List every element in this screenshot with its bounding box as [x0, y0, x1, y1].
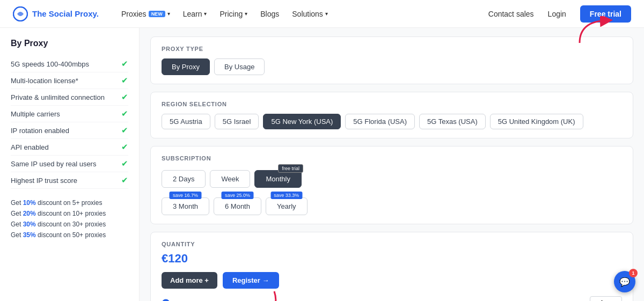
contact-sales-link[interactable]: Contact sales — [488, 10, 534, 18]
quantity-input[interactable] — [590, 296, 622, 301]
subscription-row1: 2 Days Week Monthly free trial — [162, 170, 622, 188]
quantity-card: QUANTITY €120 Add more + Register → — [150, 232, 633, 301]
logo-icon — [13, 6, 28, 21]
main-content: PROXY TYPE By Proxy By Usage REGION SELE… — [140, 28, 644, 301]
region-new-york[interactable]: 5G New York (USA) — [263, 114, 341, 129]
chevron-down-icon: ▾ — [167, 11, 170, 17]
nav-item-blogs[interactable]: Blogs — [255, 6, 284, 21]
tab-by-usage[interactable]: By Usage — [214, 58, 265, 75]
feature-label: Private & unlimited connection — [11, 93, 105, 101]
feature-item: Highest IP trust score ✔ — [11, 172, 128, 189]
discount-item: Get 10% discount on 5+ proxies — [11, 197, 128, 208]
feature-label: API enabled — [11, 143, 49, 151]
sub-6month[interactable]: 6 Month save 25.0% — [214, 197, 261, 215]
main-nav: Proxies NEW ▾ Learn ▾ Pricing ▾ Blogs So… — [116, 6, 488, 21]
discount-item: Get 30% discount on 30+ proxies — [11, 219, 128, 230]
main-layout: By Proxy 5G speeds 100-400mbps ✔ Multi-l… — [0, 28, 644, 301]
feature-label: 5G speeds 100-400mbps — [11, 60, 89, 68]
chevron-down-icon: ▾ — [204, 11, 207, 17]
feature-item: Multi-location license* ✔ — [11, 72, 128, 89]
quantity-title: QUANTITY — [162, 241, 622, 247]
chat-badge: 1 — [629, 269, 638, 277]
nav-blogs-label: Blogs — [260, 10, 279, 18]
nav-right: Contact sales Login Free trial — [488, 5, 631, 23]
check-icon: ✔ — [121, 175, 128, 185]
subscription-title: SUBSCRIPTION — [162, 155, 622, 161]
region-texas[interactable]: 5G Texas (USA) — [419, 114, 486, 129]
sub-week[interactable]: Week — [210, 170, 250, 188]
quantity-slider[interactable] — [162, 299, 583, 302]
chat-bubble[interactable]: 💬 1 — [614, 271, 635, 292]
check-icon: ✔ — [121, 109, 128, 119]
discounts-section: Get 10% discount on 5+ proxies Get 20% d… — [11, 197, 128, 240]
save-badge-3month: save 16.7% — [170, 192, 201, 199]
feature-item: API enabled ✔ — [11, 139, 128, 156]
check-icon: ✔ — [121, 159, 128, 168]
region-austria[interactable]: 5G Austria — [162, 114, 210, 129]
nav-learn-label: Learn — [183, 10, 202, 18]
header: The Social Proxy. Proxies NEW ▾ Learn ▾ … — [0, 0, 644, 28]
discount-item: Get 35% discount on 50+ proxies — [11, 230, 128, 240]
sidebar-title: By Proxy — [11, 39, 128, 48]
discount-item: Get 20% discount on 10+ proxies — [11, 208, 128, 219]
features-list: 5G speeds 100-400mbps ✔ Multi-location l… — [11, 56, 128, 189]
nav-item-proxies[interactable]: Proxies NEW ▾ — [116, 6, 175, 21]
region-selection-card: REGION SELECTION 5G Austria 5G Israel 5G… — [150, 92, 633, 138]
region-uk[interactable]: 5G United Kingdom (UK) — [490, 114, 583, 129]
check-icon: ✔ — [121, 142, 128, 152]
free-trial-badge: free trial — [278, 164, 303, 173]
feature-label: Multi-location license* — [11, 77, 78, 85]
quantity-actions: Add more + Register → — [162, 272, 622, 289]
save-badge-yearly: save 33.3% — [270, 192, 302, 199]
check-icon: ✔ — [121, 126, 128, 135]
nav-item-learn[interactable]: Learn ▾ — [178, 6, 213, 21]
nav-item-pricing[interactable]: Pricing ▾ — [214, 6, 253, 21]
sub-2days[interactable]: 2 Days — [162, 170, 206, 188]
new-badge: NEW — [149, 11, 165, 17]
feature-label: IP rotation enabled — [11, 127, 69, 135]
nav-solutions-label: Solutions — [292, 10, 323, 18]
proxy-type-card: PROXY TYPE By Proxy By Usage — [150, 36, 633, 84]
check-icon: ✔ — [121, 59, 128, 69]
proxy-type-title: PROXY TYPE — [162, 46, 622, 52]
feature-item: Private & unlimited connection ✔ — [11, 89, 128, 106]
chat-icon: 💬 — [619, 277, 630, 287]
save-badge-6month: save 25.0% — [222, 192, 253, 199]
check-icon: ✔ — [121, 76, 128, 85]
subscription-card: SUBSCRIPTION 2 Days Week Monthly free tr… — [150, 146, 633, 224]
nav-proxies-label: Proxies — [121, 10, 147, 18]
sub-3month[interactable]: 3 Month save 16.7% — [162, 197, 209, 215]
feature-label: Highest IP trust score — [11, 177, 77, 185]
feature-item: Same IP used by real users ✔ — [11, 156, 128, 172]
register-button[interactable]: Register → — [223, 272, 279, 289]
logo[interactable]: The Social Proxy. — [13, 6, 99, 21]
chevron-down-icon: ▾ — [245, 11, 247, 17]
quantity-slider-row — [162, 296, 622, 301]
feature-label: Same IP used by real users — [11, 160, 96, 168]
nav-item-solutions[interactable]: Solutions ▾ — [287, 6, 333, 21]
free-trial-button[interactable]: Free trial — [580, 5, 631, 23]
proxy-type-tabs: By Proxy By Usage — [162, 58, 622, 75]
region-israel[interactable]: 5G Israel — [215, 114, 259, 129]
add-more-button[interactable]: Add more + — [162, 272, 217, 289]
subscription-row2: 3 Month save 16.7% 6 Month save 25.0% Ye… — [162, 197, 622, 215]
chevron-down-icon: ▾ — [325, 11, 328, 17]
sub-yearly[interactable]: Yearly save 33.3% — [266, 197, 308, 215]
nav-pricing-label: Pricing — [219, 10, 243, 18]
feature-label: Multiple carriers — [11, 110, 60, 118]
sidebar: By Proxy 5G speeds 100-400mbps ✔ Multi-l… — [0, 28, 140, 301]
tab-by-proxy[interactable]: By Proxy — [162, 58, 210, 75]
quantity-price: €120 — [162, 252, 622, 266]
feature-item: IP rotation enabled ✔ — [11, 122, 128, 139]
logo-text: The Social Proxy. — [32, 9, 99, 18]
sub-monthly[interactable]: Monthly free trial — [254, 170, 302, 188]
region-grid: 5G Austria 5G Israel 5G New York (USA) 5… — [162, 114, 622, 129]
login-button[interactable]: Login — [543, 6, 572, 21]
region-florida[interactable]: 5G Florida (USA) — [345, 114, 415, 129]
feature-item: 5G speeds 100-400mbps ✔ — [11, 56, 128, 72]
region-selection-title: REGION SELECTION — [162, 101, 622, 107]
check-icon: ✔ — [121, 92, 128, 102]
feature-item: Multiple carriers ✔ — [11, 106, 128, 122]
